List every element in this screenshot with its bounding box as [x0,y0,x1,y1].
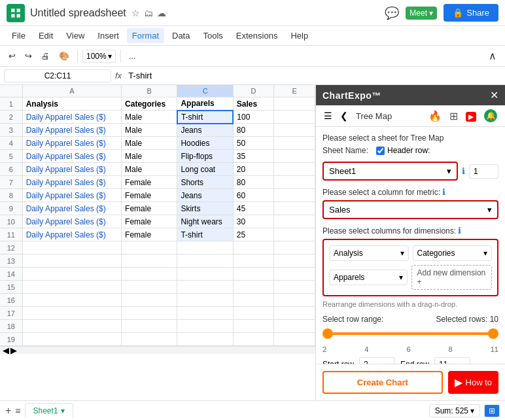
sheet-info-icon[interactable]: ℹ [462,166,465,176]
cell-r17-c2[interactable] [177,307,233,320]
horizontal-scrollbar[interactable]: ◀ ▶ [0,346,315,354]
cell-r18-c3[interactable] [233,320,274,333]
cell-r15-c4[interactable] [274,281,315,294]
cell-r8-c4[interactable] [274,189,315,202]
row-header-19[interactable]: 19 [0,333,22,346]
cell-r16-c4[interactable] [274,294,315,307]
header-row-input[interactable] [469,164,498,179]
cell-r6-c3[interactable]: 20 [233,163,274,176]
cell-r18-c0[interactable] [22,320,121,333]
cell-r11-c1[interactable]: Female [122,228,177,241]
metric-select[interactable]: Sales ▾ [322,200,498,219]
cell-r12-c3[interactable] [233,241,274,254]
panel-close-button[interactable]: ✕ [490,89,498,101]
cell-r5-c4[interactable] [274,150,315,163]
share-button[interactable]: 🔒 Share [444,4,498,22]
meet-icon[interactable]: Meet ▾ [406,7,437,20]
more-toolbar[interactable]: ... [126,49,139,63]
cell-r5-c1[interactable]: Male [122,150,177,163]
row-header-18[interactable]: 18 [0,320,22,333]
cell-r19-c1[interactable] [122,333,177,346]
cell-r16-c1[interactable] [122,294,177,307]
cell-r19-c3[interactable] [233,333,274,346]
formula-input[interactable] [126,69,501,82]
cell-r9-c2[interactable]: Skirts [177,202,233,215]
cell-r11-c4[interactable] [274,228,315,241]
cell-r17-c1[interactable] [122,307,177,320]
cell-r13-c0[interactable] [22,254,121,268]
cell-r8-c0[interactable]: Daily Apparel Sales ($) [22,189,121,202]
folder-icon[interactable]: 🗂 [144,8,153,18]
cell-r8-c2[interactable]: Jeans [177,189,233,202]
row-header-11[interactable]: 11 [0,228,22,241]
col-header-c[interactable]: C [177,85,233,97]
cell-r14-c1[interactable] [122,268,177,281]
cell-r6-c4[interactable] [274,163,315,176]
cell-r6-c2[interactable]: Long coat [177,163,233,176]
fire-icon[interactable]: 🔥 [426,108,444,124]
cell-r16-c2[interactable] [177,294,233,307]
cell-r7-c1[interactable]: Female [122,176,177,189]
col-header-a[interactable]: A [22,85,121,97]
row-header-6[interactable]: 6 [0,163,22,176]
cell-r3-c0[interactable]: Daily Apparel Sales ($) [22,124,121,137]
row-header-17[interactable]: 17 [0,307,22,320]
row-header-8[interactable]: 8 [0,189,22,202]
col-header-b[interactable]: B [122,85,177,97]
print-button[interactable]: 🖨 [38,49,53,63]
menu-view[interactable]: View [61,28,90,43]
col-header-e[interactable]: E [274,85,315,97]
scroll-right[interactable]: ▶ [10,345,17,355]
cell-r5-c0[interactable]: Daily Apparel Sales ($) [22,150,121,163]
cell-r15-c3[interactable] [233,281,274,294]
range-thumb-left[interactable] [322,328,333,339]
star-icon[interactable]: ☆ [131,8,140,18]
row-header-9[interactable]: 9 [0,202,22,215]
scroll-left[interactable]: ◀ [3,345,9,355]
cell-r5-c3[interactable]: 35 [233,150,274,163]
cell-r10-c4[interactable] [274,215,315,228]
menu-format[interactable]: Format [127,28,164,43]
cell-r15-c1[interactable] [122,281,177,294]
dimension-select-analysis[interactable]: Analysis ▾ [329,245,409,261]
cell-r9-c1[interactable]: Female [122,202,177,215]
cell-r4-c4[interactable] [274,137,315,150]
menu-insert[interactable]: Insert [92,28,124,43]
cell-r1-c0[interactable]: Analysis [22,97,121,111]
row-header-10[interactable]: 10 [0,215,22,228]
cell-r7-c4[interactable] [274,176,315,189]
cell-r15-c2[interactable] [177,281,233,294]
cell-r11-c3[interactable]: 25 [233,228,274,241]
zoom-control[interactable]: 100% ▾ [82,50,116,63]
cell-r2-c4[interactable] [274,111,315,124]
cell-r1-c1[interactable]: Categories [122,97,177,111]
cell-r10-c3[interactable]: 30 [233,215,274,228]
menu-data[interactable]: Data [167,28,195,43]
row-header-1[interactable]: 1 [0,97,22,111]
cell-r3-c2[interactable]: Jeans [177,124,233,137]
cell-r6-c1[interactable]: Male [122,163,177,176]
cell-r11-c2[interactable]: T-shirt [177,228,233,241]
cell-r14-c4[interactable] [274,268,315,281]
row-header-7[interactable]: 7 [0,176,22,189]
add-dimension-button[interactable]: Add new dimension + [411,265,493,290]
cell-r18-c1[interactable] [122,320,177,333]
cell-r4-c2[interactable]: Hoodies [177,137,233,150]
start-row-input[interactable] [359,357,395,364]
row-header-5[interactable]: 5 [0,150,22,163]
cell-r9-c3[interactable]: 45 [233,202,274,215]
cell-r4-c1[interactable]: Male [122,137,177,150]
youtube-icon[interactable]: ▶ [463,108,479,124]
cell-r13-c2[interactable] [177,254,233,268]
cell-r9-c4[interactable] [274,202,315,215]
cell-r7-c0[interactable]: Daily Apparel Sales ($) [22,176,121,189]
cell-r1-c3[interactable]: Sales [233,97,274,111]
cell-r16-c3[interactable] [233,294,274,307]
collapse-button[interactable]: ∧ [485,48,500,64]
dimension-select-categories[interactable]: Categories ▾ [413,245,493,261]
bell-icon[interactable]: 🔔 [481,108,500,124]
cell-r4-c0[interactable]: Daily Apparel Sales ($) [22,137,121,150]
howto-button[interactable]: ▶ How to [448,371,498,394]
cell-r6-c0[interactable]: Daily Apparel Sales ($) [22,163,121,176]
cell-r11-c0[interactable]: Daily Apparel Sales ($) [22,228,121,241]
